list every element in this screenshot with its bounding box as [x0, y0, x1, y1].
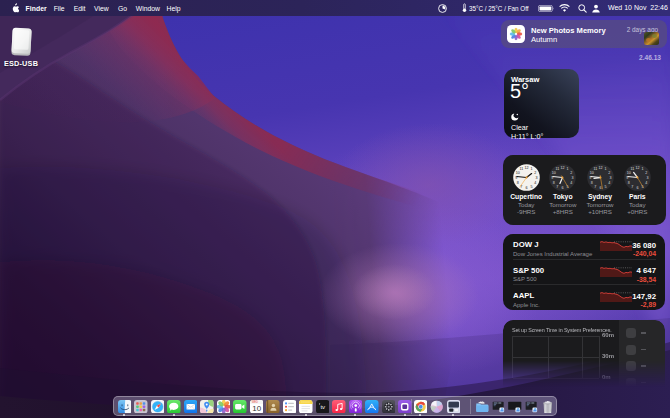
svg-text:2: 2 [534, 171, 536, 175]
svg-text:12: 12 [561, 166, 565, 170]
svg-text:1: 1 [530, 167, 532, 171]
svg-text:3: 3 [646, 176, 648, 180]
svg-text:6: 6 [636, 186, 638, 190]
svg-text:8: 8 [516, 181, 518, 185]
svg-text:5: 5 [604, 185, 606, 189]
svg-text:3: 3 [535, 176, 537, 180]
svg-text:12: 12 [635, 166, 639, 170]
svg-text:10: 10 [252, 404, 261, 413]
svg-text:12: 12 [598, 166, 602, 170]
svg-text:11: 11 [519, 167, 523, 171]
svg-text:12: 12 [524, 166, 528, 170]
svg-text:11: 11 [556, 167, 560, 171]
svg-text:11: 11 [630, 167, 634, 171]
svg-text:8: 8 [590, 181, 592, 185]
svg-text:8: 8 [627, 181, 629, 185]
svg-text:8: 8 [553, 181, 555, 185]
svg-text:1: 1 [604, 167, 606, 171]
svg-text:11: 11 [593, 167, 597, 171]
svg-text:4: 4 [571, 181, 573, 185]
svg-text:7: 7 [557, 185, 559, 189]
svg-text:5: 5 [530, 185, 532, 189]
svg-text:6: 6 [562, 186, 564, 190]
svg-text:2: 2 [645, 171, 647, 175]
svg-text:7: 7 [631, 185, 633, 189]
svg-text:4: 4 [534, 181, 536, 185]
svg-text:4: 4 [645, 181, 647, 185]
svg-text:6: 6 [599, 186, 601, 190]
svg-text:10: 10 [552, 171, 556, 175]
svg-text:4: 4 [608, 181, 610, 185]
svg-text:2: 2 [571, 171, 573, 175]
svg-text:2: 2 [608, 171, 610, 175]
svg-text:1: 1 [641, 167, 643, 171]
svg-text:10: 10 [589, 171, 593, 175]
svg-text:7: 7 [594, 185, 596, 189]
svg-text:3: 3 [572, 176, 574, 180]
svg-text:10: 10 [626, 171, 630, 175]
svg-text:3: 3 [609, 176, 611, 180]
svg-text:6: 6 [525, 186, 527, 190]
svg-text:10: 10 [515, 171, 519, 175]
svg-text:1: 1 [567, 167, 569, 171]
